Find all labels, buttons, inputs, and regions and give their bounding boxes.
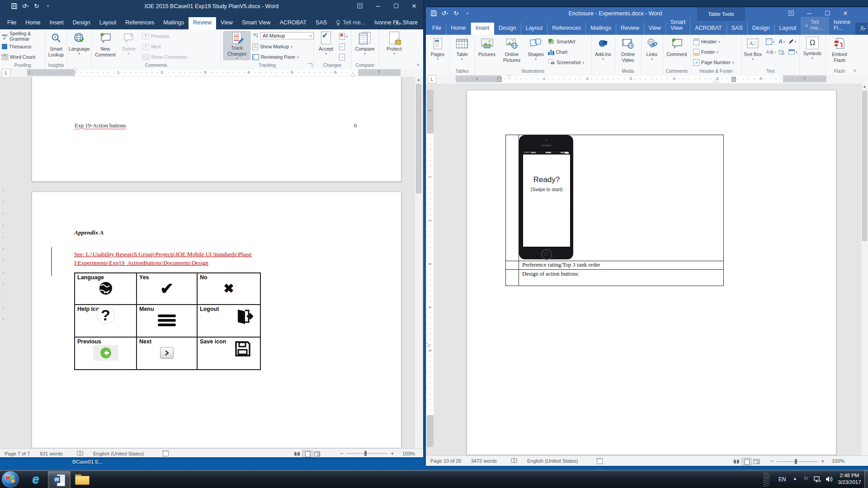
left-horizontal-ruler[interactable]: 1 1 2 3 4 5 6 7	[27, 69, 401, 76]
taskbar-word-button[interactable]: W	[48, 471, 71, 488]
word-count-indicator[interactable]: 831 words	[40, 451, 63, 456]
zoom-slider[interactable]	[346, 453, 387, 454]
right-indent-marker[interactable]	[351, 71, 355, 76]
reviewing-pane-button[interactable]: Reviewing Pane▾	[252, 52, 298, 61]
tab-table-design[interactable]: Design	[748, 23, 775, 35]
pages-button[interactable]: Pages▾	[427, 37, 448, 61]
tab-insert[interactable]: Insert	[45, 17, 68, 29]
tracked-insert-link-line1[interactable]: See: L:\Usability Research Group\Project…	[74, 251, 252, 258]
right-document-area[interactable]: 1 1 2 3 4 5 Cc	[426, 84, 868, 455]
tab-layout[interactable]: Layout	[95, 17, 121, 29]
taskbar-explorer-button[interactable]	[71, 471, 92, 488]
add-ins-button[interactable]: Add-ins▾	[593, 37, 613, 61]
tab-view[interactable]: View	[644, 23, 666, 35]
comment-button[interactable]: Comment	[665, 37, 689, 57]
tab-insert[interactable]: Insert	[471, 23, 494, 35]
right-vertical-scrollbar[interactable]: ▲	[861, 84, 868, 455]
document-page[interactable]: Ready? (Swipe to start) Preference ratin…	[467, 90, 836, 455]
experiment-table[interactable]: Ready? (Swipe to start) Preference ratin…	[505, 135, 724, 286]
undo-icon[interactable]: ↺▾	[442, 10, 448, 16]
text-box-button[interactable]: A Text Box▾	[743, 37, 763, 61]
ribbon-display-options-icon[interactable]	[782, 7, 800, 19]
minimize-button[interactable]: ─	[369, 0, 387, 12]
smartart-button[interactable]: SmartArt	[548, 37, 575, 46]
right-vertical-ruler[interactable]: 1 1 2 3 4 5	[427, 90, 434, 447]
language-indicator[interactable]: English (United States)	[93, 451, 144, 456]
header-button[interactable]: Header▾	[693, 37, 720, 46]
collapse-ribbon-icon[interactable]: ∧	[416, 62, 420, 67]
tracked-insert-link-line2[interactable]: I\Experiments\Exp19_ActionButtons\Docume…	[74, 259, 208, 267]
tab-stop-selector[interactable]: L	[428, 75, 436, 84]
indent-marker[interactable]	[73, 69, 78, 74]
delete-comment-button[interactable]: Delete▾	[118, 31, 139, 55]
network-icon[interactable]	[814, 476, 821, 484]
tab-review[interactable]: Review	[189, 17, 216, 29]
redo-icon[interactable]: ↻	[453, 10, 459, 16]
tab-smart-view[interactable]: Smart View	[666, 17, 690, 35]
reject-button[interactable]: ✖▾	[339, 32, 348, 41]
table-cell-yes[interactable]: Yes ✔	[137, 273, 197, 305]
web-layout-view-icon[interactable]	[312, 450, 322, 457]
tab-sas[interactable]: SAS	[311, 17, 331, 29]
maximize-button[interactable]: ☐	[387, 0, 405, 12]
zoom-out-button[interactable]: −	[770, 458, 774, 465]
account-name[interactable]: Ivonne Fi...	[829, 17, 855, 35]
tab-sas[interactable]: SAS	[727, 23, 748, 35]
table-cell-logout[interactable]: Logout	[197, 305, 260, 337]
tab-mailings[interactable]: Mailings	[586, 23, 616, 35]
tab-file[interactable]: File	[3, 17, 21, 29]
embed-flash-button[interactable]: Embed Flash	[827, 37, 852, 63]
wordart-icon[interactable]: A▾	[778, 37, 785, 46]
tab-stop-selector[interactable]: L	[2, 69, 10, 77]
print-layout-view-icon[interactable]	[741, 458, 752, 466]
footer-button[interactable]: Footer▾	[693, 47, 718, 56]
tab-acrobat[interactable]: ACROBAT	[690, 23, 727, 35]
show-comments-button[interactable]: Show Comments	[142, 52, 187, 61]
save-icon[interactable]	[430, 10, 437, 16]
next-comment-button[interactable]: ↱ Next	[142, 42, 161, 51]
page-indicator[interactable]: Page 10 of 26	[430, 458, 462, 464]
zoom-slider-thumb[interactable]	[795, 459, 797, 464]
tab-home[interactable]: Home	[446, 23, 471, 35]
screenshot-button[interactable]: Screenshot▾	[548, 58, 584, 67]
action-center-flag-icon[interactable]: ⚐	[804, 475, 809, 482]
tab-file[interactable]: File	[428, 23, 446, 35]
drop-cap-icon[interactable]: A≣▾	[766, 47, 776, 56]
zoom-out-button[interactable]: −	[340, 450, 344, 457]
tracking-dialog-launcher-icon[interactable]	[308, 63, 312, 67]
word-count-button[interactable]: ABC123 Word Count	[2, 52, 35, 61]
table-button[interactable]: Table▾	[452, 37, 472, 61]
table-cell-save[interactable]: Save icon	[197, 337, 260, 370]
table-cell-no[interactable]: No ✖	[197, 273, 260, 305]
tray-language-indicator[interactable]: EN	[778, 476, 786, 483]
new-comment-button[interactable]: New Comment	[93, 31, 118, 57]
online-pictures-button[interactable]: Online Pictures	[499, 37, 524, 63]
taskbar-ie-button[interactable]: e	[25, 471, 46, 488]
table-cell-next[interactable]: Next	[137, 337, 197, 370]
zoom-slider[interactable]	[777, 461, 817, 462]
object-icon[interactable]: ▾	[788, 47, 797, 56]
read-mode-view-icon[interactable]	[731, 458, 741, 465]
language-button[interactable]: Language▾	[68, 31, 90, 55]
tell-me-box[interactable]: Tell me...	[801, 17, 829, 35]
symbols-button[interactable]: Ω Symbols▾	[801, 37, 824, 60]
volume-icon[interactable]	[826, 476, 833, 484]
macro-record-icon[interactable]	[597, 458, 603, 464]
show-desktop-button[interactable]	[864, 470, 868, 488]
tab-home[interactable]: Home	[21, 17, 45, 29]
language-indicator[interactable]: English (United States)	[527, 458, 578, 464]
compare-button[interactable]: Compare▾	[353, 31, 377, 55]
tell-me-box[interactable]: Tell me...	[331, 17, 370, 29]
start-button[interactable]	[2, 471, 19, 488]
collapse-ribbon-icon[interactable]: ∧	[853, 68, 856, 73]
indent-marker[interactable]	[506, 75, 511, 80]
tray-clock[interactable]: 2:48 PM 3/23/2017	[835, 472, 863, 486]
table-cell-language[interactable]: Language	[75, 273, 137, 305]
accept-button[interactable]: ✔ Accept▾	[316, 31, 336, 55]
chart-button[interactable]: Chart	[548, 47, 567, 56]
tab-layout[interactable]: Layout	[521, 23, 548, 35]
zoom-slider-thumb[interactable]	[364, 451, 367, 456]
date-time-icon[interactable]	[778, 47, 784, 56]
left-vertical-scrollbar[interactable]: ▲	[415, 77, 422, 448]
pictures-button[interactable]: Pictures	[476, 37, 498, 57]
